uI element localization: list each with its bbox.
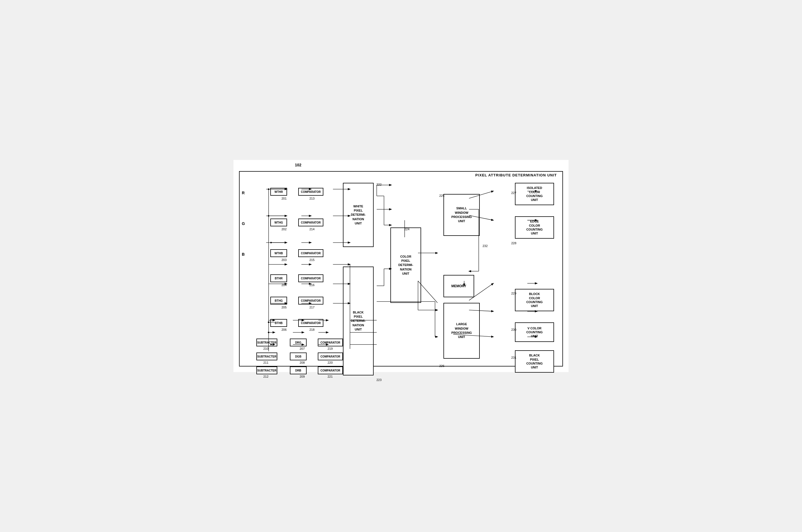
comp-220: COMPARATOR xyxy=(318,353,343,360)
comp-213: COMPARATOR xyxy=(298,188,323,196)
num-213: 213 xyxy=(310,197,314,200)
num-219: 219 xyxy=(328,347,333,350)
color-pixel-unit: COLOR PIXEL DETERMI- NATION UNIT xyxy=(390,227,421,303)
input-r: R xyxy=(242,191,245,195)
comp-219: COMPARATOR xyxy=(318,339,343,346)
comp-221: COMPARATOR xyxy=(318,366,343,374)
num-211: 211 xyxy=(263,361,268,364)
num-228: 228 xyxy=(511,242,516,245)
v-color-unit: V COLOR COUNTING UNIT xyxy=(515,322,554,342)
drb-box: DRB xyxy=(290,366,306,374)
subtracter-212: SUBTRACTER xyxy=(256,366,277,374)
num-210: 210 xyxy=(263,347,268,350)
num-224: 224 xyxy=(404,227,409,231)
num-217: 217 xyxy=(310,306,314,309)
num-221: 221 xyxy=(328,375,333,378)
comp-215: COMPARATOR xyxy=(298,249,323,257)
num-205: 205 xyxy=(281,306,286,309)
num-216: 216 xyxy=(310,283,314,287)
subtracter-211: SUBTRACTER xyxy=(256,353,277,360)
input-g: G xyxy=(242,221,245,226)
num-202: 202 xyxy=(281,227,286,231)
svg-point-5 xyxy=(270,242,272,243)
num-220: 220 xyxy=(328,361,333,364)
title-bar: PIXEL ATTRIBUTE DETERMINATION UNIT xyxy=(475,173,557,177)
bthr-box: BTHR xyxy=(270,274,287,282)
comp-216: COMPARATOR xyxy=(298,274,323,282)
wthg-box: WTHG xyxy=(270,218,287,226)
num-207: 207 xyxy=(300,347,305,350)
num-226: 226 xyxy=(439,364,444,367)
svg-point-1 xyxy=(268,188,269,190)
black-pixel-count-unit: BLACK PIXEL COUNTING UNIT xyxy=(515,350,554,373)
drg-box: DRG xyxy=(290,339,306,346)
comp-217: COMPARATOR xyxy=(298,297,323,305)
input-b: B xyxy=(242,252,245,256)
wthb-box: WTHB xyxy=(270,249,287,257)
wthr-box: WTHR xyxy=(270,188,287,196)
num-231: 231 xyxy=(511,356,516,359)
white-pixel-unit: WHITE PIXEL DETERMI- NATION UNIT xyxy=(343,183,374,247)
num-201: 201 xyxy=(281,197,286,200)
num-208: 208 xyxy=(300,361,305,364)
num-214: 214 xyxy=(310,227,314,231)
bthb-box: BTHB xyxy=(270,319,287,327)
num-206: 206 xyxy=(281,328,286,331)
svg-point-3 xyxy=(268,215,269,216)
num-209: 209 xyxy=(300,375,305,378)
num-227: 227 xyxy=(511,191,516,194)
num-204: 204 xyxy=(281,283,286,287)
subtracter-210: SUBTRACTER xyxy=(256,339,277,346)
svg-point-26 xyxy=(268,331,269,333)
num-232: 232 xyxy=(483,244,488,248)
num-215: 215 xyxy=(310,258,314,262)
large-window-unit: LARGE WINDOW PROCESSING UNIT xyxy=(444,303,480,359)
num-203: 203 xyxy=(281,258,286,262)
num-223: 223 xyxy=(376,378,381,382)
num-229: 229 xyxy=(511,292,516,295)
page-container: 102 PIXEL ATTRIBUTE DETERMINATION UNIT R… xyxy=(234,160,568,372)
edge-color-unit: EDGE COLOR COUNTING UNIT xyxy=(515,216,554,239)
num-222: 222 xyxy=(376,183,381,186)
memory-box: MEMORY xyxy=(444,275,474,297)
num-225: 225 xyxy=(439,194,444,197)
label-102: 102 xyxy=(295,163,301,167)
svg-point-21 xyxy=(268,322,269,323)
block-color-unit: BLOCK COLOR COUNTING UNIT xyxy=(515,289,554,311)
bthg-box: BTHG xyxy=(270,297,287,305)
comp-214: COMPARATOR xyxy=(298,218,323,226)
black-pixel-unit: BLACK PIXEL DETERMI- NATION UNIT xyxy=(343,267,374,375)
main-border: PIXEL ATTRIBUTE DETERMINATION UNIT R G B… xyxy=(239,171,563,366)
dgb-box: DGB xyxy=(290,353,306,360)
num-230: 230 xyxy=(511,328,516,331)
num-218: 218 xyxy=(310,328,314,331)
num-212: 212 xyxy=(263,375,268,378)
isolated-color-unit: ISOLATED COLOR COUNTING UNIT xyxy=(515,183,554,205)
comp-218: COMPARATOR xyxy=(298,319,323,327)
small-window-unit: SMALL WINDOW PROCESSING UNIT xyxy=(444,194,480,236)
